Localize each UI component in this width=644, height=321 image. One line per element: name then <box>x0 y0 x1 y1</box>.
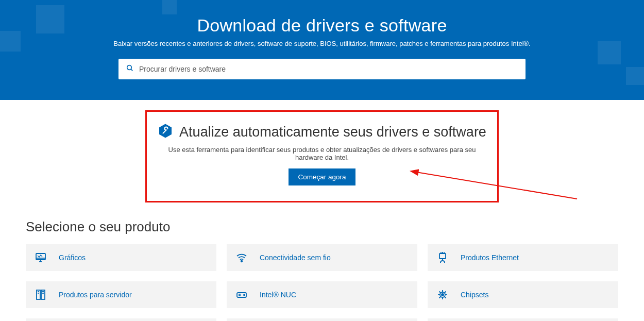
decor-square <box>626 67 644 85</box>
card-label: Intel® NUC <box>260 291 296 299</box>
page-subtitle: Baixar versões recentes e anteriores de … <box>0 40 644 47</box>
svg-line-29 <box>439 292 441 293</box>
select-product-title: Selecione o seu produto <box>26 219 618 235</box>
decor-square <box>0 31 21 52</box>
svg-point-24 <box>442 294 444 296</box>
svg-point-20 <box>244 295 245 296</box>
card-label: Gráficos <box>59 254 86 262</box>
monitor-icon <box>34 251 47 264</box>
decor-square <box>162 0 177 14</box>
svg-line-31 <box>439 297 441 298</box>
card-label: Chipsets <box>461 291 488 299</box>
ethernet-icon <box>436 251 449 264</box>
chipset-icon <box>436 289 449 301</box>
card-label: Produtos para servidor <box>59 291 132 299</box>
svg-rect-4 <box>36 254 45 260</box>
auto-update-panel: Atualize automaticamente seus drivers e … <box>145 110 499 202</box>
product-card-fpga[interactable]: FPGAs Intel® <box>428 318 618 321</box>
card-label: Produtos Ethernet <box>461 254 519 262</box>
hero-banner: Download de drivers e software Baixar ve… <box>0 0 644 100</box>
auto-update-heading: Atualize automaticamente seus drivers e … <box>179 124 486 140</box>
product-card-memory[interactable]: Memória e armazenamento <box>227 318 417 321</box>
product-card-chipsets[interactable]: Chipsets <box>428 281 618 308</box>
svg-line-32 <box>445 292 446 293</box>
product-grid: Gráficos Conectividade sem fio Produtos … <box>26 244 618 321</box>
product-card-wireless[interactable]: Conectividade sem fio <box>227 244 417 271</box>
nuc-icon <box>235 289 248 301</box>
decor-square <box>36 5 64 33</box>
decor-square <box>598 41 621 64</box>
product-card-processors[interactable]: Processadores <box>26 318 216 321</box>
svg-line-1 <box>131 69 132 71</box>
svg-point-8 <box>241 261 243 262</box>
product-card-nuc[interactable]: Intel® NUC <box>227 281 417 308</box>
server-icon <box>34 289 47 301</box>
svg-point-0 <box>127 65 132 70</box>
svg-line-30 <box>445 297 446 298</box>
page-title: Download de drivers e software <box>0 15 644 36</box>
product-card-graphics[interactable]: Gráficos <box>26 244 216 271</box>
start-now-button[interactable]: Começar agora <box>289 168 355 185</box>
product-card-server[interactable]: Produtos para servidor <box>26 281 216 308</box>
search-bar[interactable] <box>118 59 526 79</box>
auto-update-description: Use esta ferramenta para identificar seu… <box>155 146 489 161</box>
wifi-icon <box>235 251 248 264</box>
product-card-ethernet[interactable]: Produtos Ethernet <box>428 244 618 271</box>
search-icon <box>126 64 134 74</box>
svg-rect-9 <box>439 254 446 259</box>
card-label: Conectividade sem fio <box>260 254 331 262</box>
search-input[interactable] <box>139 65 518 73</box>
wrench-icon <box>158 123 173 141</box>
